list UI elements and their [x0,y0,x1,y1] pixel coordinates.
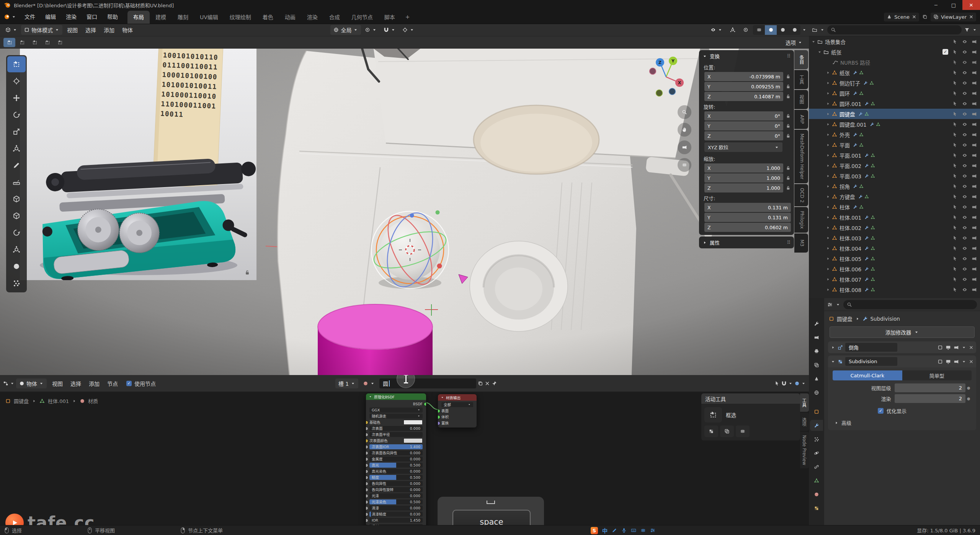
lock-icon[interactable] [786,94,791,99]
properties-tab-tool[interactable] [810,318,823,329]
go-to-parent-icon[interactable] [774,381,780,386]
shading-wireframe-button[interactable] [753,25,765,35]
input-socket[interactable] [438,409,440,413]
transform-field[interactable]: Y0.009255 m [704,82,783,91]
disclosure-icon[interactable] [826,174,830,178]
node-editor-menu[interactable]: 视图 [48,380,67,387]
camera-icon[interactable] [972,39,977,44]
disclosure-icon[interactable] [826,194,830,199]
value-slider[interactable]: 各向异性旋转0.000 [369,487,423,492]
camera-icon[interactable] [972,111,977,117]
outliner-row-object[interactable]: 圆键盘 [809,109,980,119]
realtime-toggle-icon[interactable] [946,345,951,350]
topbar-menu[interactable]: 帮助 [102,10,123,24]
eye-icon[interactable] [962,277,967,282]
camera-icon[interactable] [972,266,977,272]
camera-icon[interactable] [972,277,977,282]
render-toggle-icon[interactable] [954,359,959,364]
transform-panel-header[interactable]: 变换 ⠿ [699,50,794,62]
camera-icon[interactable] [972,70,977,75]
selectable-icon[interactable] [952,142,958,148]
properties-search-input[interactable] [843,300,977,309]
bsdf-input-row[interactable]: 金属度0.000 [366,456,426,462]
output-socket[interactable] [424,402,426,406]
texture-image-button[interactable] [720,426,734,437]
properties-subpanel[interactable]: 属性 ⠿ [699,237,794,248]
bsdf-input-row[interactable]: 次表面0.000 [366,425,426,431]
remove-viewlayer-icon[interactable] [969,15,973,19]
outliner-row-object[interactable]: 纸张 [809,67,980,78]
transform-field[interactable]: X1.000 [704,163,783,173]
eye-icon[interactable] [962,122,967,127]
input-socket[interactable] [366,433,368,437]
lock-icon[interactable] [786,74,791,79]
selectable-icon[interactable] [952,80,958,86]
input-socket[interactable] [438,415,440,419]
selectable-icon[interactable] [952,163,958,168]
disclosure-icon[interactable] [826,184,830,189]
tool-randomize[interactable] [7,275,26,291]
bsdf-input-row[interactable]: 光泽染色0.500 [366,499,426,505]
bsdf-input-row[interactable]: 次表面半径 [366,431,426,437]
properties-tab-view-layer[interactable] [810,359,823,370]
eye-icon[interactable] [962,246,967,251]
tool-add-cube[interactable] [7,191,26,207]
eye-icon[interactable] [962,142,967,148]
outliner-row-object[interactable]: 平面.002 [809,160,980,171]
node-editor-menu[interactable]: 节点 [103,380,122,387]
viewport-menu[interactable]: 物体 [118,26,137,34]
viewport-menu[interactable]: 视图 [63,26,82,34]
panel-grip-icon[interactable]: ⠿ [787,240,791,245]
eye-icon[interactable] [962,91,967,96]
disclosure-icon[interactable] [826,205,830,209]
n-panel-tab[interactable]: 工具 [794,70,808,89]
selectable-icon[interactable] [952,173,958,179]
tool-to-sphere[interactable] [7,258,26,274]
outliner-row-object[interactable]: 柱体.004 [809,243,980,253]
workspace-tab[interactable]: 雕刻 [172,11,194,24]
chevron-down-icon[interactable] [10,381,15,386]
value-slider[interactable]: 光泽染色0.500 [369,499,423,504]
render-toggle-icon[interactable] [954,345,959,350]
tool-scale[interactable] [7,124,26,140]
optimal-display-checkbox[interactable]: ✓ [878,408,884,414]
value-slider[interactable]: 清漆糙度0.030 [369,512,423,517]
workspace-tab[interactable]: 合成 [323,11,346,24]
input-socket[interactable] [366,457,368,461]
n-panel-tab[interactable]: ARP [794,110,808,129]
camera-icon[interactable] [972,142,977,148]
transform-field[interactable]: Z1.000 [704,183,783,192]
rotation-mode-dropdown[interactable]: XYZ 欧拉 [704,142,782,152]
eye-icon[interactable] [962,80,967,86]
outliner-row-object[interactable]: 柱体.006 [809,264,980,274]
selectable-icon[interactable] [952,225,958,230]
input-socket[interactable] [366,427,368,431]
output-input-row[interactable]: 表面 [438,408,477,414]
disclosure-icon[interactable] [826,277,830,282]
bsdf-input-row[interactable]: 随机游走 [366,413,426,419]
disclosure-icon[interactable] [811,39,816,44]
properties-tab-particles[interactable] [810,434,823,445]
selectable-icon[interactable] [952,277,958,282]
levels-viewport-field[interactable]: 2 [895,383,965,392]
add-modifier-button[interactable]: 添加修改器 [830,326,975,338]
editor-type-button[interactable] [2,25,20,35]
outliner-row-object[interactable]: 柱体 [809,202,980,212]
transform-field[interactable]: Y0.131 m [704,213,791,222]
output-node-header[interactable]: 材质输出 [438,394,477,401]
properties-tab-modifiers[interactable] [810,420,823,431]
bsdf-output-row[interactable]: BSDF [366,401,426,407]
n-panel-tab[interactable]: M3 [794,233,808,253]
camera-icon[interactable] [972,153,977,158]
outliner-row-object[interactable]: 圆键盘.001 [809,119,980,129]
bevel-name-field[interactable]: 倒角 [845,343,897,352]
material-browse-dropdown[interactable] [360,378,378,388]
selectable-icon[interactable] [952,70,958,75]
select-mode-button[interactable] [29,38,41,47]
edit-mode-toggle-icon[interactable] [938,359,943,364]
scene-selector[interactable]: Scene [884,13,919,21]
workspace-tab[interactable]: 建模 [150,11,172,24]
topbar-menu[interactable]: 编辑 [40,10,61,24]
bsdf-input-row[interactable]: 各向异性旋转0.000 [366,486,426,493]
camera-icon[interactable] [972,101,977,106]
